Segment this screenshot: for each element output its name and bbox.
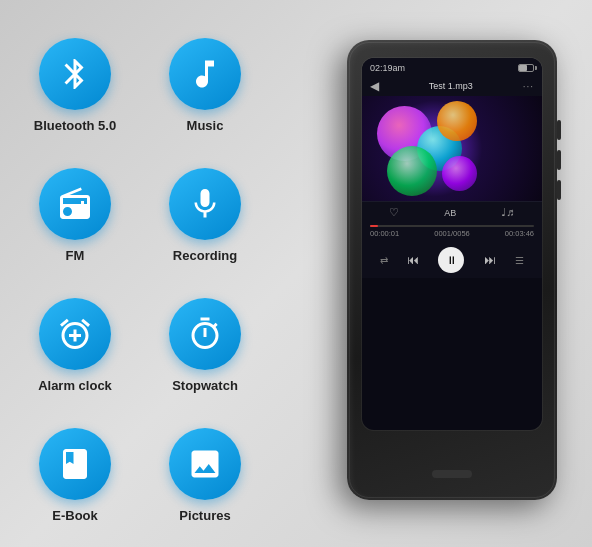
feature-alarm: Alarm clock: [10, 280, 140, 410]
bubble-3: [437, 101, 477, 141]
music-label: Music: [187, 118, 224, 133]
play-pause-button[interactable]: ⏸: [438, 247, 464, 273]
stopwatch-icon-circle: [169, 298, 241, 370]
equalizer-icon[interactable]: ♩♬: [501, 206, 514, 219]
device-screen: 02:19am ◀ Test 1.mp3 ···: [362, 58, 542, 430]
pictures-icon-circle: [169, 428, 241, 500]
screen-progress: 00:00:01 0001/0056 00:03:46: [362, 223, 542, 242]
alarm-icon-circle: [39, 298, 111, 370]
battery-fill: [519, 65, 527, 71]
alarm-icon: [57, 316, 93, 352]
progress-info: 00:00:01 0001/0056 00:03:46: [370, 229, 534, 238]
feature-grid: Bluetooth 5.0 Music FM: [10, 20, 270, 540]
ebook-icon-circle: [39, 428, 111, 500]
mp3-player: 02:19am ◀ Test 1.mp3 ···: [347, 40, 557, 500]
heart-icon[interactable]: ♡: [389, 206, 399, 219]
shuffle-button[interactable]: ⇄: [380, 255, 388, 266]
current-time: 00:00:01: [370, 229, 399, 238]
side-button-3[interactable]: [557, 180, 561, 200]
recording-icon: [187, 186, 223, 222]
recording-icon-circle: [169, 168, 241, 240]
recording-label: Recording: [173, 248, 237, 263]
side-button-2[interactable]: [557, 150, 561, 170]
screen-header: 02:19am: [362, 58, 542, 76]
more-options[interactable]: ···: [523, 81, 534, 92]
bluetooth-icon: [57, 56, 93, 92]
ebook-label: E-Book: [52, 508, 98, 523]
device-wrapper: 02:19am ◀ Test 1.mp3 ···: [332, 30, 572, 520]
feature-pictures: Pictures: [140, 410, 270, 540]
screen-nav: ◀ Test 1.mp3 ···: [362, 76, 542, 96]
feature-bluetooth: Bluetooth 5.0: [10, 20, 140, 150]
device-bottom-button[interactable]: [432, 470, 472, 478]
alarm-label: Alarm clock: [38, 378, 112, 393]
back-button[interactable]: ◀: [370, 79, 379, 93]
bluetooth-icon-circle: [39, 38, 111, 110]
pictures-icon: [187, 446, 223, 482]
bluetooth-label: Bluetooth 5.0: [34, 118, 116, 133]
screen-time: 02:19am: [370, 63, 405, 73]
ebook-icon: [57, 446, 93, 482]
pictures-label: Pictures: [179, 508, 230, 523]
battery-indicator: [518, 64, 534, 72]
playlist-button[interactable]: ☰: [515, 255, 524, 266]
song-title: Test 1.mp3: [429, 81, 473, 91]
music-icon-circle: [169, 38, 241, 110]
feature-recording: Recording: [140, 150, 270, 280]
bubble-5: [442, 156, 477, 191]
progress-bar-bg: [370, 225, 534, 227]
artwork-background: [362, 96, 542, 201]
side-button-1[interactable]: [557, 120, 561, 140]
track-count: 0001/0056: [434, 229, 469, 238]
feature-ebook: E-Book: [10, 410, 140, 540]
prev-button[interactable]: ⏮: [407, 253, 419, 267]
screen-controls-bar: ♡ AB ♩♬: [362, 201, 542, 223]
feature-music: Music: [140, 20, 270, 150]
screen-playback: ⇄ ⏮ ⏸ ⏭ ☰: [362, 242, 542, 278]
pause-icon: ⏸: [446, 254, 457, 266]
album-artwork: [362, 96, 542, 201]
fm-label: FM: [66, 248, 85, 263]
feature-stopwatch: Stopwatch: [140, 280, 270, 410]
music-icon: [187, 56, 223, 92]
fm-icon: [57, 186, 93, 222]
feature-fm: FM: [10, 150, 140, 280]
stopwatch-label: Stopwatch: [172, 378, 238, 393]
total-time: 00:03:46: [505, 229, 534, 238]
stopwatch-icon: [187, 316, 223, 352]
fm-icon-circle: [39, 168, 111, 240]
progress-bar-fill: [370, 225, 378, 227]
page-container: Bluetooth 5.0 Music FM: [0, 0, 592, 547]
next-button[interactable]: ⏭: [484, 253, 496, 267]
bubble-4: [387, 146, 437, 196]
ab-repeat-icon[interactable]: AB: [444, 208, 456, 218]
